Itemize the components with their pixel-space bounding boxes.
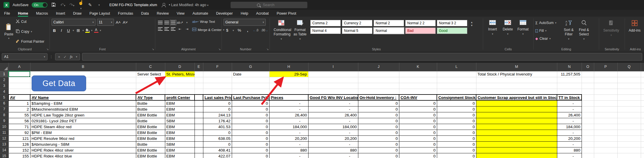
- cell-M15[interactable]: [476, 153, 557, 158]
- cell-P3[interactable]: [594, 83, 617, 89]
- cell-A10[interactable]: 71: [8, 124, 30, 130]
- cell-R14[interactable]: [641, 147, 644, 153]
- col-header-M[interactable]: M: [476, 63, 557, 71]
- sensitivity-button[interactable]: Sensitivity▾: [601, 18, 621, 37]
- font-size-select[interactable]: 11▾: [97, 19, 114, 26]
- col-header-D[interactable]: D: [165, 63, 195, 71]
- col-header-O[interactable]: O: [582, 63, 594, 71]
- cell-D5[interactable]: profit Center: [165, 95, 195, 100]
- styles-gallery-more-button[interactable]: ▴▾: [468, 20, 475, 27]
- cell-N14[interactable]: 880: [557, 147, 582, 153]
- cell-O2[interactable]: [582, 77, 594, 83]
- cell-R4[interactable]: [641, 89, 644, 95]
- cell-D9[interactable]: SBM: [165, 118, 195, 124]
- row-header-15[interactable]: 15: [0, 153, 8, 158]
- cell-G9[interactable]: 0: [232, 118, 269, 124]
- row-header-13[interactable]: 13: [0, 141, 8, 147]
- italic-button[interactable]: I: [59, 28, 64, 33]
- row-header-7[interactable]: 7: [0, 106, 8, 112]
- cell-N13[interactable]: -: [557, 141, 582, 147]
- cell-K6[interactable]: 0: [399, 100, 437, 106]
- cell-K3[interactable]: [399, 83, 437, 89]
- col-header-B[interactable]: B: [30, 63, 136, 71]
- align-right-icon[interactable]: [171, 27, 176, 31]
- cell-C10[interactable]: EBM Bottle: [136, 124, 165, 130]
- cell-O15[interactable]: [582, 153, 594, 158]
- cell-H1[interactable]: 29-Sep: [269, 71, 308, 77]
- cell-R10[interactable]: [641, 124, 644, 130]
- decrease-indent-icon[interactable]: ⇤: [178, 27, 181, 31]
- col-header-E[interactable]: E: [195, 63, 203, 71]
- cell-L11[interactable]: 0: [437, 130, 476, 135]
- tab-page-layout[interactable]: Page Layout: [89, 10, 110, 17]
- cell-M4[interactable]: [476, 89, 557, 95]
- cell-F9[interactable]: 176.42: [203, 118, 232, 124]
- cell-E3[interactable]: [195, 83, 203, 89]
- col-header-I[interactable]: I: [308, 63, 358, 71]
- style-normal-3-2[interactable]: Normal 3 2: [437, 20, 467, 26]
- cell-J8[interactable]: 0: [358, 112, 399, 118]
- font-color-icon[interactable]: A: [94, 28, 98, 33]
- cell-J15[interactable]: 0: [358, 153, 399, 158]
- cell-I10[interactable]: 184,000: [308, 124, 358, 130]
- font-dialog-launcher-icon[interactable]: ↘: [152, 48, 154, 51]
- format-as-table-button[interactable]: Format as Table▾: [291, 18, 309, 41]
- cell-F6[interactable]: 0: [203, 100, 232, 106]
- cell-K2[interactable]: [399, 77, 437, 83]
- col-header-C[interactable]: C: [136, 63, 165, 71]
- cell-K14[interactable]: 0: [399, 147, 437, 153]
- row-header-6[interactable]: 6: [0, 100, 8, 106]
- cell-P11[interactable]: [594, 130, 617, 135]
- cell-H10[interactable]: 184,000: [269, 124, 308, 130]
- cell-R8[interactable]: [641, 112, 644, 118]
- formula-input[interactable]: [82, 53, 642, 61]
- cell-M14[interactable]: [476, 147, 557, 153]
- cell-O6[interactable]: [582, 100, 594, 106]
- conditional-formatting-button[interactable]: Conditional Formatting▾: [272, 18, 291, 41]
- style-currency-2[interactable]: Currency 2: [342, 20, 372, 26]
- cell-L12[interactable]: 0: [437, 135, 476, 141]
- cell-F4[interactable]: [203, 89, 232, 95]
- cell-M11[interactable]: [476, 130, 557, 135]
- cell-C7[interactable]: Bottle: [136, 106, 165, 112]
- cancel-icon[interactable]: ×: [58, 55, 60, 59]
- cell-C15[interactable]: EBM Bottle: [136, 153, 165, 158]
- cell-H2[interactable]: [269, 77, 308, 83]
- cell-E10[interactable]: [195, 124, 203, 130]
- last-modified[interactable]: • Last Modified: 4h ago ▾: [169, 3, 208, 7]
- cell-R9[interactable]: [641, 118, 644, 124]
- tab-macros[interactable]: Macros: [36, 10, 48, 17]
- cell-G11[interactable]: 0: [232, 130, 269, 135]
- cell-F5[interactable]: Last sales Price: [203, 95, 232, 100]
- cell-P7[interactable]: [594, 106, 617, 112]
- style-normal-2-2[interactable]: Normal 2 2: [405, 20, 436, 26]
- tab-formulas[interactable]: Formulas: [118, 10, 133, 17]
- tab-view[interactable]: View: [177, 10, 185, 17]
- cell-A2[interactable]: [8, 77, 30, 83]
- cell-G12[interactable]: 0: [232, 135, 269, 141]
- cell-M3[interactable]: [476, 83, 557, 89]
- cell-C13[interactable]: Bottle: [136, 141, 165, 147]
- format-painter-button[interactable]: Format Painter: [16, 39, 44, 44]
- cell-K10[interactable]: 0: [399, 124, 437, 130]
- cell-L8[interactable]: 0: [437, 112, 476, 118]
- cell-Q10[interactable]: [617, 124, 641, 130]
- cell-O13[interactable]: [582, 141, 594, 147]
- autosave-toggle[interactable]: On: [32, 2, 47, 8]
- col-header-L[interactable]: L: [437, 63, 476, 71]
- cell-F13[interactable]: 0: [203, 141, 232, 147]
- cell-C9[interactable]: Bottle: [136, 118, 165, 124]
- cell-F12[interactable]: 638.05: [203, 135, 232, 141]
- cell-G7[interactable]: 0: [232, 106, 269, 112]
- number-format-select[interactable]: General▾: [224, 19, 266, 26]
- format-cells-button[interactable]: Format▾: [515, 18, 531, 36]
- cell-M5[interactable]: Customer Scrap approved but still in Sto…: [476, 95, 557, 100]
- cell-E15[interactable]: [195, 153, 203, 158]
- cell-E14[interactable]: [195, 147, 203, 153]
- cell-M1[interactable]: Total Stock / Physical Invenotry: [476, 71, 557, 77]
- get-data-button[interactable]: Get Data: [32, 75, 86, 91]
- cell-M12[interactable]: [476, 135, 557, 141]
- cell-B11[interactable]: $PM - EBM: [30, 130, 136, 135]
- tab-insert[interactable]: Insert: [56, 10, 65, 17]
- tab-automate[interactable]: Automate: [192, 10, 208, 17]
